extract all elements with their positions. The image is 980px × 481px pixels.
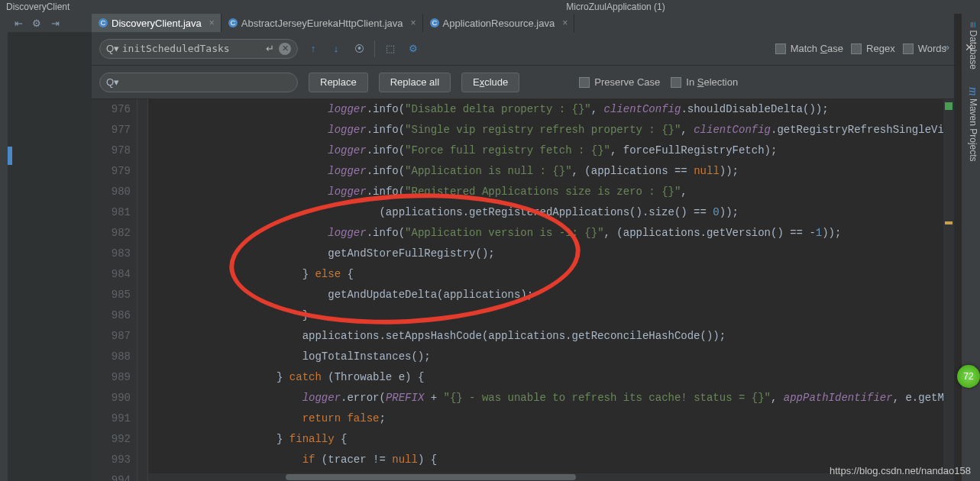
line-number: 989 [92, 367, 131, 388]
line-number: 983 [92, 244, 131, 264]
code-line[interactable]: logger.error(PREFIX + "{} - was unable t… [148, 388, 943, 408]
error-stripe[interactable] [943, 99, 954, 481]
search-input[interactable] [122, 43, 266, 54]
code-line[interactable]: } else { [148, 264, 943, 285]
clear-icon[interactable]: ✕ [279, 43, 291, 55]
search-icon: Q▾ [106, 76, 119, 88]
tab-applicationresource-java[interactable]: CApplicationResource.java× [423, 14, 575, 32]
line-number: 993 [92, 450, 131, 470]
line-number: 985 [92, 285, 131, 305]
tab-discoveryclient-java[interactable]: CDiscoveryClient.java× [92, 14, 222, 32]
right-sidebar: ≡ Database m Maven Projects [962, 14, 980, 481]
line-number: 987 [92, 326, 131, 347]
editor-tabs: CDiscoveryClient.java×CAbstractJerseyEur… [92, 14, 954, 32]
search-icon: Q▾ [106, 43, 122, 54]
left-toolbar: ⇤ ⚙ ⇥ [8, 14, 92, 32]
code-line[interactable]: logger.info("Disable delta property : {}… [148, 99, 943, 120]
line-number: 981 [92, 202, 131, 223]
line-number: 991 [92, 408, 131, 429]
svg-text:C: C [101, 19, 106, 27]
notification-badge[interactable]: 72 [957, 365, 980, 388]
tab-abstractjerseyeurekahttpclient-java[interactable]: CAbstractJerseyEurekaHttpClient.java× [222, 14, 423, 32]
code-line[interactable]: applications.setAppsHashCode(application… [148, 326, 943, 347]
line-number: 976 [92, 99, 131, 120]
code-line[interactable]: logger.info("Application version is -1: … [148, 223, 943, 244]
code-line[interactable]: getAndStoreFullRegistry(); [148, 244, 943, 264]
breadcrumb[interactable]: DiscoveryClient [6, 2, 70, 12]
code-line[interactable]: return false; [148, 408, 943, 429]
selection-marker [8, 147, 12, 165]
line-number: 986 [92, 305, 131, 326]
code-line[interactable]: logger.info("Registered Applications siz… [148, 182, 943, 202]
close-tab-icon[interactable]: × [209, 18, 215, 28]
close-tab-icon[interactable]: × [410, 18, 416, 28]
more-options[interactable]: » [944, 41, 949, 53]
scrollbar-thumb[interactable] [286, 474, 576, 480]
prev-match-icon[interactable]: ↑ [306, 41, 321, 56]
replace-field[interactable]: Q▾ [99, 73, 298, 92]
replace-button[interactable]: Replace [309, 73, 368, 92]
exclude-button[interactable]: Exclude [461, 73, 519, 92]
line-number: 982 [92, 223, 131, 244]
settings-icon[interactable]: ⚙ [406, 41, 421, 56]
svg-text:C: C [231, 19, 236, 27]
run-config[interactable]: MicroZuulApplication (1) [566, 2, 665, 12]
divider [374, 40, 375, 57]
code-line[interactable]: } catch (Throwable e) { [148, 367, 943, 388]
watermark: https://blog.csdn.net/nandao158 [830, 465, 971, 476]
select-all-icon[interactable]: ⦿ [351, 41, 367, 56]
svg-text:C: C [432, 19, 437, 27]
preserve-case-checkbox[interactable]: Preserve Case [579, 76, 660, 88]
code-line[interactable]: logger.info("Single vip registry refresh… [148, 120, 943, 140]
line-number: 994 [92, 470, 131, 481]
close-tab-icon[interactable]: × [562, 18, 568, 28]
line-gutter: 9769779789799809819829839849859869879889… [92, 99, 137, 481]
left-gutter [0, 14, 8, 481]
fold-gutter [137, 99, 148, 481]
line-number: 979 [92, 161, 131, 182]
ok-mark [945, 102, 953, 110]
add-selection-icon[interactable]: ⬚ [383, 41, 398, 56]
enter-icon: ↵ [266, 43, 274, 54]
gear-icon[interactable]: ⚙ [29, 15, 44, 31]
line-number: 992 [92, 429, 131, 450]
words-checkbox[interactable]: Words [903, 43, 946, 54]
line-number: 988 [92, 347, 131, 367]
code-line[interactable]: getAndUpdateDelta(applications); [148, 285, 943, 305]
maven-tool[interactable]: m Maven Projects [966, 87, 980, 162]
run-config-label: MicroZuulApplication (1) [566, 2, 665, 12]
regex-checkbox[interactable]: Regex [851, 43, 895, 54]
code-editor[interactable]: 9769779789799809819829839849859869879889… [92, 99, 954, 481]
left-panel [8, 32, 92, 481]
next-match-icon[interactable]: ↓ [328, 41, 344, 56]
line-number: 980 [92, 182, 131, 202]
code-line[interactable]: (applications.getRegisteredApplications(… [148, 202, 943, 223]
warning-mark [945, 221, 953, 224]
close-search-icon[interactable]: ✕ [965, 41, 974, 53]
line-number: 984 [92, 264, 131, 285]
expand-icon[interactable]: ⇥ [47, 15, 63, 31]
line-number: 978 [92, 140, 131, 161]
code-line[interactable]: logger.info("Application is null : {}", … [148, 161, 943, 182]
code-line[interactable]: } [148, 305, 943, 326]
top-toolbar: DiscoveryClient MicroZuulApplication (1) [0, 0, 980, 14]
code-line[interactable]: logTotalInstances(); [148, 347, 943, 367]
code-line[interactable]: } finally { [148, 429, 943, 450]
search-field[interactable]: Q▾ ↵ ✕ [99, 39, 298, 59]
code-line[interactable]: logger.info("Force full registry fetch :… [148, 140, 943, 161]
horizontal-scrollbar[interactable] [148, 473, 943, 481]
code-area[interactable]: logger.info("Disable delta property : {}… [148, 99, 943, 481]
in-selection-checkbox[interactable]: In Selection [671, 76, 738, 88]
line-number: 990 [92, 388, 131, 408]
replace-all-button[interactable]: Replace all [379, 73, 451, 92]
find-bar: Q▾ ↵ ✕ ↑ ↓ ⦿ ⬚ ⚙ Match Case Regex Words [92, 32, 954, 66]
line-number: 977 [92, 120, 131, 140]
code-line[interactable]: if (tracer != null) { [148, 450, 943, 470]
match-case-checkbox[interactable]: Match Case [775, 43, 843, 54]
replace-bar: Q▾ Replace Replace all Exclude Preserve … [92, 66, 954, 99]
collapse-icon[interactable]: ⇤ [11, 15, 26, 31]
